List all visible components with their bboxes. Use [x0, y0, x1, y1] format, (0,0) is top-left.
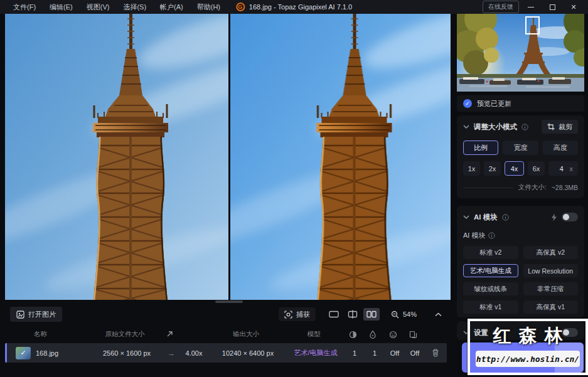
panel-collapse-button[interactable]	[430, 312, 446, 317]
file-model: 艺术/电脑生成	[287, 348, 345, 358]
lightning-icon	[551, 213, 557, 221]
minimize-icon	[528, 7, 534, 8]
split-view-icon	[348, 310, 358, 319]
format-icon	[409, 331, 417, 339]
model-lines-button[interactable]: 皱纹或线条	[463, 282, 518, 295]
image-panel-enhanced[interactable]	[230, 14, 451, 300]
capture-button[interactable]: 捕获	[279, 307, 316, 321]
capture-label: 捕获	[296, 310, 310, 319]
capture-icon	[284, 311, 292, 319]
deblur-icon	[369, 330, 377, 339]
face-recovery-icon	[389, 331, 397, 339]
single-view-icon	[329, 311, 339, 318]
ai-auto-toggle[interactable]	[562, 213, 578, 221]
crop-button[interactable]: 裁剪	[542, 120, 578, 134]
open-image-label: 打开图片	[28, 310, 56, 319]
side-by-side-view-icon	[366, 311, 377, 318]
menu-help[interactable]: 帮助(H)	[190, 0, 227, 14]
resize-section-title: 调整大小模式	[474, 122, 517, 132]
menu-account[interactable]: 帐户(A)	[153, 0, 190, 14]
model-standard-v1-button[interactable]: 标准 v1	[463, 300, 518, 314]
check-circle-icon: ✓	[463, 99, 472, 108]
header-original-size: 原始文件大小	[88, 330, 162, 339]
open-image-button[interactable]: 打开图片	[10, 307, 62, 322]
file-table-row[interactable]: ✓ 168.jpg 2560 × 1600 px → 4.00x 10240 ×…	[5, 343, 447, 363]
model-low-resolution-button[interactable]: Low Resolution	[523, 264, 579, 277]
menu-view[interactable]: 视图(V)	[80, 0, 117, 14]
window-title-group: G 168.jpg - Topaz Gigapixel AI 7.1.0	[236, 3, 352, 11]
file-output-size: 10240 × 6400 px	[209, 349, 287, 357]
menu-file[interactable]: 文件(F)	[6, 0, 43, 14]
close-button[interactable]: ✕	[564, 1, 583, 13]
scale-2x-button[interactable]: 2x	[484, 161, 501, 176]
ai-section-title: AI 模块	[474, 213, 498, 222]
info-icon	[521, 124, 528, 130]
file-table-header: 名称 原始文件大小 输出大小 模型	[5, 327, 447, 341]
ai-inner-label: AI 模块	[463, 231, 485, 240]
file-original-size: 2560 × 1600 px	[90, 349, 164, 357]
zoom-control[interactable]: 54%	[391, 311, 417, 319]
resize-mode-scale-button[interactable]: 比例	[463, 141, 498, 155]
model-very-compressed-button[interactable]: 非常压缩	[523, 282, 579, 295]
watermark-title: 红森林	[470, 324, 585, 349]
maximize-button[interactable]	[543, 1, 562, 13]
crop-icon	[547, 123, 555, 130]
horizontal-scroll-handle[interactable]	[215, 300, 243, 303]
app-logo-icon: G	[236, 3, 245, 11]
header-name: 名称	[34, 330, 88, 339]
image-icon	[16, 311, 24, 319]
arrow-right-icon: →	[164, 349, 179, 357]
resize-mode-height-button[interactable]: 高度	[543, 141, 578, 155]
file-deblur-value: 1	[365, 349, 385, 357]
model-standard-v2-button[interactable]: 标准 v2	[463, 246, 518, 259]
toggle-knob	[563, 214, 569, 220]
model-art-cg-button[interactable]: 艺术/电脑生成	[463, 264, 518, 277]
info-icon	[488, 232, 495, 239]
file-size-value: ~28.3MB	[552, 184, 578, 191]
model-high-fidelity-v2-button[interactable]: 高保真 v2	[523, 246, 579, 259]
file-face-recovery-value: Off	[385, 349, 405, 357]
file-name: 168.jpg	[36, 349, 90, 357]
custom-scale-input[interactable]: 4 x	[548, 161, 578, 176]
menu-select[interactable]: 选择(S)	[116, 0, 153, 14]
file-format-value: Off	[405, 349, 425, 357]
zoom-level-value: 54%	[403, 311, 417, 318]
image-panel-original[interactable]	[5, 14, 228, 300]
menu-edit[interactable]: 编辑(E)	[43, 0, 80, 14]
resize-mode-width-button[interactable]: 宽度	[503, 141, 538, 155]
watermark-url: http://www.hoslin.cn/	[476, 354, 579, 364]
delete-file-button[interactable]	[425, 349, 446, 357]
preview-status-label: 预览已更新	[477, 99, 511, 109]
scale-1x-button[interactable]: 1x	[463, 161, 480, 176]
navigation-preview[interactable]	[457, 14, 584, 92]
trash-icon	[432, 349, 439, 357]
window-title: 168.jpg - Topaz Gigapixel AI 7.1.0	[249, 3, 352, 11]
bottom-bar: 打开图片 捕获	[0, 300, 457, 377]
watermark-frame: 红森林 http://www.hoslin.cn/	[468, 319, 588, 375]
view-mode-split-button[interactable]	[345, 308, 361, 321]
resize-section: 调整大小模式 裁剪 比例 宽度 高度 1x 2x 4x 6x	[457, 115, 584, 198]
magnifier-icon	[391, 311, 399, 319]
ai-module-section: AI 模块 AI 模块 标准 v2 高保真 v2 艺术/电脑生成	[457, 206, 584, 317]
view-mode-side-by-side-button[interactable]	[363, 308, 380, 321]
model-high-fidelity-v1-button[interactable]: 高保真 v1	[523, 300, 579, 314]
chevron-down-icon[interactable]	[463, 125, 469, 129]
scale-4x-button[interactable]: 4x	[505, 161, 524, 176]
scale-arrow-icon	[166, 331, 173, 337]
maximize-icon	[550, 4, 555, 10]
online-feedback-button[interactable]: 在线反馈	[483, 1, 519, 13]
chevron-down-icon[interactable]	[463, 215, 469, 219]
crop-label: 裁剪	[559, 122, 572, 132]
header-output-size: 输出大小	[207, 330, 285, 339]
info-icon	[502, 214, 509, 221]
file-scale: 4.00x	[179, 349, 209, 357]
view-mode-single-button[interactable]	[326, 308, 342, 321]
chevron-up-icon	[435, 312, 442, 317]
denoise-icon	[349, 331, 357, 339]
scale-6x-button[interactable]: 6x	[528, 161, 545, 176]
preview-status: ✓ 预览已更新	[457, 95, 584, 112]
file-denoise-value: 1	[345, 349, 365, 357]
custom-scale-value: 4	[553, 165, 570, 173]
title-bar: 文件(F) 编辑(E) 视图(V) 选择(S) 帐户(A) 帮助(H) G 16…	[0, 0, 588, 14]
minimize-button[interactable]	[521, 1, 540, 13]
